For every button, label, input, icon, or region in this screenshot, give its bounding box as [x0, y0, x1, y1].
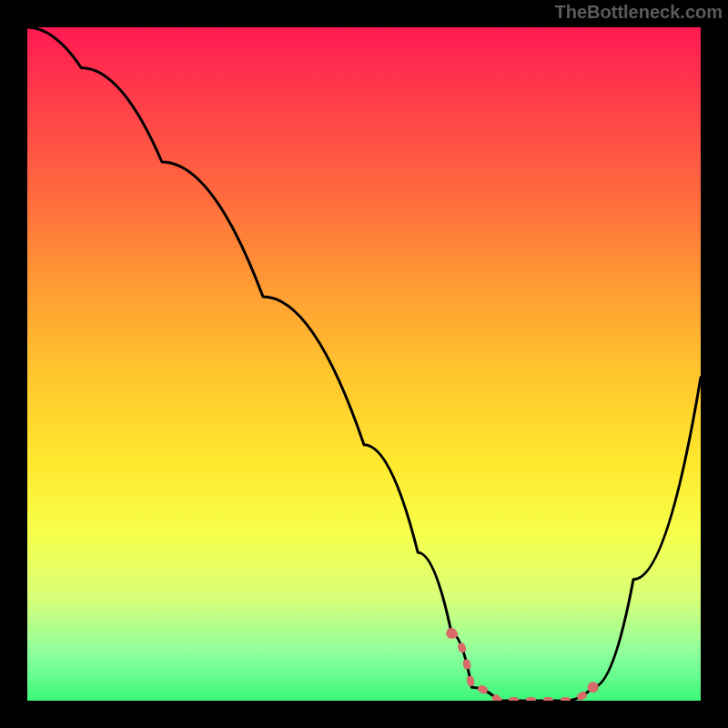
bottleneck-curve-path [27, 27, 701, 701]
plot-area [27, 27, 701, 701]
watermark-text: TheBottleneck.com [555, 2, 723, 23]
optimal-range-path [451, 633, 592, 701]
chart-frame: TheBottleneck.com [0, 0, 728, 728]
optimal-range-dot [446, 628, 457, 639]
optimal-range-dot [588, 682, 599, 693]
curve-layer [27, 27, 701, 701]
